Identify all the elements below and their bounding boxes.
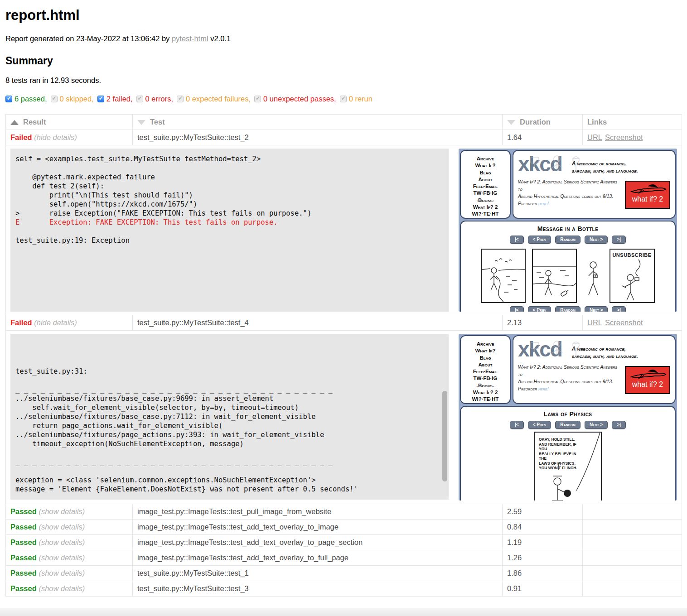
xkcd-nav-item: What If? 2 <box>461 389 510 396</box>
xkcd-nav-button: |< <box>510 306 524 312</box>
result-label-passed: Passed <box>10 569 37 577</box>
column-header-duration[interactable]: Duration <box>503 115 583 130</box>
hide-details-toggle[interactable]: (hide details) <box>34 318 77 327</box>
xkcd-nav-button: Next > <box>585 306 608 312</box>
traceback-log-test4: test_suite.py:31: _ _ _ _ _ _ _ _ _ _ _ … <box>10 334 449 500</box>
result-label-passed: Passed <box>10 507 37 515</box>
column-header-links-label: Links <box>587 118 607 126</box>
comic2-speech: OKAY, HOLD STILL.AND REMEMBER, IF YOUREA… <box>539 437 584 471</box>
xkcd-nav-button: Next > <box>585 421 608 429</box>
plane-doodle <box>629 369 668 380</box>
xkcd-nav-item: Feed·Email <box>461 368 510 375</box>
filter-label: 0 rerun <box>349 95 373 103</box>
url-link[interactable]: URL <box>587 318 602 327</box>
xkcd-nav-button: < Prev <box>528 306 552 312</box>
plane-doodle <box>629 183 668 195</box>
traceback-line: return page_actions.wait_for_element_vis… <box>15 421 449 430</box>
table-row-passed: Passed (show details)image_test.py::Imag… <box>6 504 682 520</box>
screenshot-link[interactable]: Screenshot <box>605 318 643 327</box>
xkcd-nav-item: TW·FB·IG <box>461 375 510 382</box>
filters: 6 passed,0 skipped,2 failed,0 errors,0 e… <box>5 95 682 103</box>
hide-details-toggle[interactable]: (hide details) <box>34 133 77 141</box>
show-details-toggle[interactable]: (show details) <box>37 523 85 531</box>
result-cell: Passed (show details) <box>6 581 133 597</box>
xkcd-nav-buttons: |<< PrevRandomNext >>| <box>461 236 675 244</box>
duration-value: 0.84 <box>503 520 583 535</box>
show-details-toggle[interactable]: (show details) <box>37 553 85 562</box>
sort-asc-icon <box>10 120 19 125</box>
filter-checkbox-unchecked[interactable] <box>340 96 347 102</box>
xkcd-nav-item: What If? <box>461 162 510 169</box>
filter-label: 0 errors, <box>145 95 173 103</box>
filter-checkbox-checked[interactable] <box>97 96 104 102</box>
filter-checkbox-checked[interactable] <box>5 96 12 102</box>
xkcd-nav-button: < Prev <box>528 236 552 244</box>
test-name: test_suite.py::MyTestSuite::test_3 <box>133 581 503 597</box>
result-cell: Passed (show details) <box>6 520 133 535</box>
details-row-test2: self = <examples.test_suite.MyTestSuite … <box>6 145 682 315</box>
xkcd-nav-item: Archive <box>461 341 510 347</box>
filter-label: 0 skipped, <box>60 95 94 103</box>
filter-checkbox-unchecked[interactable] <box>254 96 261 102</box>
column-header-result[interactable]: Result <box>6 115 133 130</box>
traceback-line: test_suite.py:19: Exception <box>15 236 449 245</box>
table-row-passed: Passed (show details)image_test.py::Imag… <box>6 535 682 550</box>
filter-label: 2 failed, <box>106 95 133 103</box>
show-details-toggle[interactable]: (show details) <box>37 507 85 515</box>
links-cell: URLScreenshot <box>583 130 682 145</box>
xkcd-nav-item: WI?·TE·HT <box>461 211 510 217</box>
test-name: test_suite.py::MyTestSuite::test_4 <box>133 315 503 331</box>
comic-figure-borderless <box>583 260 603 303</box>
comic-panels: UNSUBSCRIBE <box>461 246 675 303</box>
traceback-line: exception = <class 'selenium.common.exce… <box>15 476 449 485</box>
filter-checkbox-unchecked[interactable] <box>177 96 184 102</box>
filter-label: 0 expected failures, <box>186 95 251 103</box>
result-cell: Failed (hide details) <box>6 130 133 145</box>
duration-value: 2.13 <box>503 315 583 331</box>
xkcd-nav-list: ArchiveWhat If?BlagAboutFeed·EmailTW·FB·… <box>460 335 511 404</box>
filter-item: 0 expected failures, <box>177 95 251 103</box>
report-page: report.html Report generated on 23-May-2… <box>0 0 687 616</box>
result-label-passed: Passed <box>10 538 37 546</box>
xkcd-nav-button: |< <box>510 236 524 244</box>
filter-item: 0 unexpected passes, <box>254 95 336 103</box>
filter-item: 0 skipped, <box>51 95 94 103</box>
xkcd-nav-button: Random <box>555 421 581 429</box>
url-link[interactable]: URL <box>587 133 602 141</box>
show-details-toggle[interactable]: (show details) <box>37 538 85 546</box>
table-row-passed: Passed (show details)image_test.py::Imag… <box>6 520 682 535</box>
generated-line: Report generated on 23-May-2022 at 13:06… <box>5 34 682 43</box>
xkcd-logo: xkcd <box>518 339 562 360</box>
filter-checkbox-unchecked[interactable] <box>136 96 143 102</box>
result-cell: Failed (hide details) <box>6 315 133 331</box>
filter-checkbox-unchecked[interactable] <box>51 96 58 102</box>
xkcd-nav-item: Blag <box>461 169 510 176</box>
xkcd-nav-list: ArchiveWhat If?BlagAboutFeed·EmailTW·FB·… <box>460 150 511 219</box>
column-header-test[interactable]: Test <box>133 115 503 130</box>
screenshot-link[interactable]: Screenshot <box>605 133 643 141</box>
show-details-toggle[interactable]: (show details) <box>37 569 85 577</box>
screenshot-image-test2[interactable]: ArchiveWhat If?BlagAboutFeed·EmailTW·FB·… <box>459 149 677 312</box>
generated-prefix: Report generated on 23-May-2022 at 13:06… <box>5 34 172 43</box>
xkcd-logo: xkcd <box>518 154 562 174</box>
xkcd-doodle-sketch <box>522 154 590 175</box>
details-row-test4: test_suite.py:31: _ _ _ _ _ _ _ _ _ _ _ … <box>6 331 682 504</box>
show-details-toggle[interactable]: (show details) <box>37 584 85 592</box>
scrollbar-thumb[interactable] <box>442 391 447 481</box>
xkcd-promo-text: What If? 2: Additional Serious Scientifi… <box>518 363 620 392</box>
traceback-log-test2: self = <examples.test_suite.MyTestSuite … <box>10 149 449 312</box>
traceback-line <box>15 448 449 457</box>
links-cell <box>583 566 682 581</box>
xkcd-nav-button: < Prev <box>528 421 552 429</box>
traceback-line: > raise Exception("FAKE EXCEPTION: This … <box>15 209 449 218</box>
xkcd-nav-button: |< <box>510 421 524 429</box>
screenshot-image-test4[interactable]: ArchiveWhat If?BlagAboutFeed·EmailTW·FB·… <box>459 334 677 500</box>
test-name: image_test.py::ImageTests::test_add_text… <box>133 520 503 535</box>
xkcd-nav-button: Random <box>555 236 581 244</box>
pytest-html-link[interactable]: pytest-html <box>172 34 208 43</box>
table-row-passed: Passed (show details)image_test.py::Imag… <box>6 550 682 566</box>
table-row-failed-test2: Failed (hide details) test_suite.py::MyT… <box>6 130 682 145</box>
duration-value: 0.91 <box>503 581 583 597</box>
traceback-line: self.wait_for_element_visible(selector, … <box>15 403 449 412</box>
filter-label: 0 unexpected passes, <box>263 95 336 103</box>
